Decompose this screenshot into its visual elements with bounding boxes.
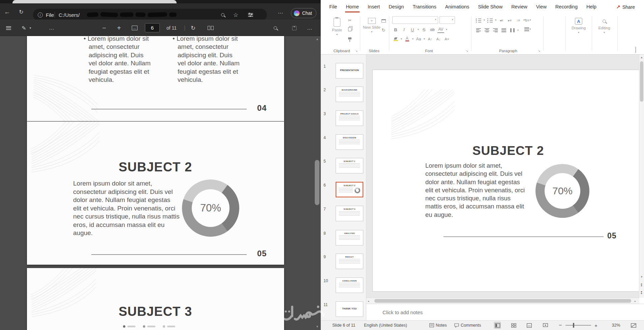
scroll-right-icon[interactable]: ▸ [635,300,636,303]
tab-help[interactable]: Help [582,0,601,13]
format-painter-icon[interactable] [346,35,353,42]
slide-thumbnail-3[interactable]: 3 PROJECT GOALS [321,110,366,126]
slide-canvas[interactable]: SUBJECT 2 Lorem ipsum dolor sit amet, co… [372,70,639,292]
slide-thumbnail-9[interactable]: 9 RESULT [321,254,366,269]
scroll-up-icon[interactable]: ▲ [640,56,643,59]
underline-icon[interactable]: U [409,26,416,33]
donut-chart[interactable]: 70% [535,164,589,218]
slide-thumbnail-6-selected[interactable]: 6 SUBJECT 2 [321,182,366,197]
clear-formatting-icon[interactable]: A× [443,36,450,42]
pdf-viewport[interactable]: Lorem ipsum dolor sit amet, consectetur … [0,36,320,330]
tab-insert[interactable]: Insert [363,0,384,13]
zoom-slider[interactable] [565,321,591,330]
zoom-slider-thumb[interactable] [573,323,574,328]
tab-slide-show[interactable]: Slide Show [474,0,507,13]
font-name-combobox[interactable] [392,16,438,24]
text-direction-icon[interactable]: ⇅≡▾ [524,17,531,24]
previous-slide-button[interactable]: ▲▲ [640,283,643,286]
more-options-icon[interactable]: … [305,24,314,32]
font-dialog-launcher[interactable]: ↘ [466,49,468,53]
highlighter-icon[interactable] [392,36,399,42]
tab-animations[interactable]: Animations [441,0,474,13]
editing-button[interactable]: Editing ▾ [594,16,614,47]
align-text-icon[interactable]: ▾ [524,26,531,33]
underline-caret-icon[interactable]: ▾ [418,29,419,31]
tab-design[interactable]: Design [384,0,408,13]
tab-view[interactable]: View [532,0,551,13]
search-icon[interactable] [271,24,280,32]
columns-caret-icon[interactable]: ▾ [517,29,519,31]
tab-recording[interactable]: Recording [551,0,582,13]
slide-thumbnail-10[interactable]: 10 CONCLUSION [321,277,366,293]
align-center-icon[interactable] [484,27,490,34]
slide-body-text[interactable]: Lorem ipsum dolor sit amet, consectetur … [425,162,528,219]
active-tab[interactable] [12,0,177,3]
back-icon[interactable]: ← [3,7,11,16]
reading-view-button[interactable] [526,321,532,330]
paragraph-dialog-launcher[interactable]: ↘ [538,49,541,53]
character-spacing-icon[interactable]: AV [437,26,444,33]
scroll-up-icon[interactable]: ▲ [316,37,319,41]
text-shadow-icon[interactable]: S [421,26,427,33]
normal-view-button[interactable] [494,321,501,330]
share-button[interactable]: ↗ Share [613,2,638,11]
slide-thumbnail-11[interactable]: 11 THANK YOU [321,301,366,317]
columns-icon[interactable] [509,27,516,34]
tab-file[interactable]: File [325,0,341,13]
grow-font-icon[interactable]: A↑ [427,36,433,42]
slide-thumbnail-7[interactable]: 7 SUBJECT 3 [321,206,366,221]
comments-toggle-button[interactable]: Comments [454,321,481,330]
rotate-icon[interactable]: ↻ [189,24,197,32]
vertical-scrollbar[interactable]: ▲ ▼ ▲▲ ▼▼ [639,55,644,298]
save-icon[interactable] [290,24,299,32]
numbering-caret-icon[interactable]: ▾ [495,19,496,21]
tab-home[interactable]: Home [341,0,363,13]
draw-pen-icon[interactable]: ✎ [20,24,28,32]
font-color-icon[interactable]: A [404,36,410,42]
scrollbar-thumb[interactable] [374,299,631,303]
numbering-icon[interactable] [487,17,493,24]
scroll-left-icon[interactable]: ◂ [368,300,369,303]
change-case-icon[interactable]: Aa [415,36,422,42]
info-icon[interactable]: i [38,9,43,21]
font-size-combobox[interactable] [439,16,455,24]
scroll-down-icon[interactable]: ▼ [640,275,643,278]
favorite-star-icon[interactable]: ☆ [233,9,238,21]
bold-icon[interactable]: B [392,26,399,33]
refresh-icon[interactable]: ↻ [17,7,26,16]
fit-slide-to-window-button[interactable] [631,321,636,330]
fit-width-icon[interactable]: ↔ [130,24,139,32]
decrease-indent-icon[interactable]: ◂≡ [498,17,505,24]
clipboard-dialog-launcher[interactable]: ↘ [355,49,358,53]
zoom-out-button[interactable]: − [559,321,562,330]
paste-button[interactable]: Paste ▾ [328,16,346,47]
page-number-input[interactable] [145,23,160,32]
zoom-indicator-icon[interactable] [221,9,224,21]
slide-title[interactable]: SUBJECT 2 [434,144,582,158]
scrollbar-thumb[interactable] [640,61,643,102]
collapse-ribbon-icon[interactable] [636,47,636,53]
draw-caret-icon[interactable]: ▾ [28,24,32,32]
cut-icon[interactable]: ✂ [346,17,353,24]
line-spacing-icon[interactable]: ↕≡ [515,17,522,24]
strikethrough-icon[interactable]: ab [429,26,436,33]
favorites-tune-icon[interactable] [248,9,253,21]
copilot-chat-button[interactable]: Chat [291,8,316,18]
notes-pane[interactable]: Click to add notes [366,304,644,320]
slide-thumbnail-4[interactable]: 4 DISCUSSION [321,134,366,150]
increase-indent-icon[interactable]: ▸≡ [507,17,513,24]
highlighter-caret-icon[interactable]: ▾ [401,38,402,40]
spacing-caret-icon[interactable]: ▾ [446,29,447,31]
horizontal-scrollbar[interactable]: ◂ ▸ [366,298,639,304]
slide-thumbnail-8[interactable]: 8 ANALYSIS [321,230,366,245]
copy-icon[interactable] [346,26,353,33]
browser-menu-icon[interactable]: … [276,7,285,16]
reset-slide-icon[interactable]: ↻ [380,27,387,33]
align-left-icon[interactable] [475,27,482,34]
drawing-button[interactable]: A Drawing ▾ [569,16,588,47]
case-caret-icon[interactable]: ▾ [424,38,425,40]
bullets-icon[interactable] [475,17,482,24]
italic-icon[interactable]: I [401,26,407,33]
justify-icon[interactable] [500,27,507,34]
bullets-caret-icon[interactable]: ▾ [484,19,485,21]
